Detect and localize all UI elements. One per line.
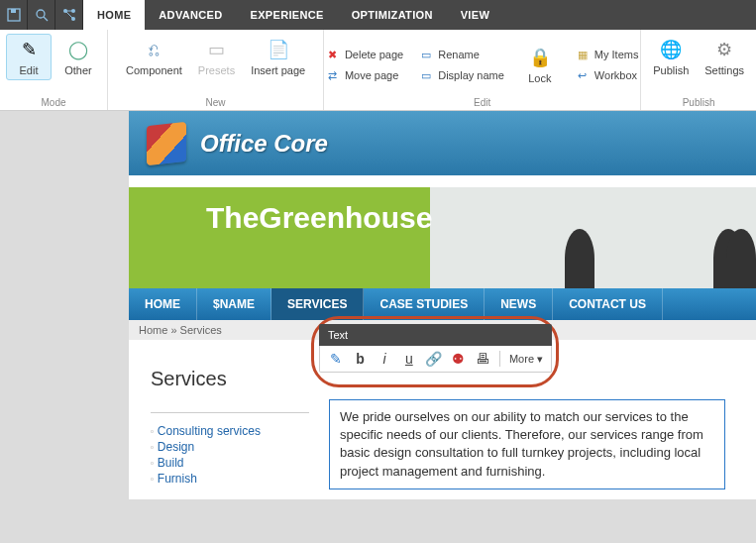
breadcrumb-home[interactable]: Home: [139, 324, 167, 336]
ribbon: ✎Edit ◯Other Mode ⎌Component ▭Presets 📄I…: [0, 30, 756, 111]
circle-icon: ◯: [66, 38, 90, 61]
content: Services Consulting services Design Buil…: [129, 340, 756, 499]
nav-news[interactable]: NEWS: [485, 288, 553, 320]
component-icon: ⎌: [142, 38, 165, 61]
brand-bar: Office Core: [129, 111, 756, 175]
delete-page-button[interactable]: ✖Delete page: [323, 46, 406, 63]
pencil-icon: ✎: [17, 38, 41, 61]
print-icon[interactable]: 🖶: [475, 351, 490, 367]
other-mode-button[interactable]: ◯Other: [55, 34, 101, 80]
sidebar-item: Design: [151, 439, 309, 455]
workbox-button[interactable]: ↩Workbox: [573, 66, 642, 84]
group-label-edit: Edit: [474, 96, 490, 109]
page-title: Services: [151, 368, 309, 390]
main-area: Text ✎ b i u 🔗 ⚉ 🖶 More▾ We pride oursel…: [329, 350, 748, 489]
banner-text: TheGreenhouse: [206, 201, 432, 235]
nav-name[interactable]: $NAME: [197, 288, 271, 320]
brand-logo: [147, 121, 186, 164]
display-name-button[interactable]: ▭Display name: [416, 66, 507, 84]
rename-button[interactable]: ▭Rename: [416, 46, 507, 63]
delete-icon: ✖: [326, 48, 340, 61]
main-nav: HOME $NAME SERVICES CASE STUDIES NEWS CO…: [129, 288, 756, 320]
gear-icon: ⚙: [712, 38, 736, 61]
lock-button[interactable]: 🔒Lock: [517, 42, 563, 88]
page-canvas: Office Core TheGreenhouse HOME $NAME SER…: [0, 111, 756, 543]
my-items-icon: ▦: [576, 48, 590, 61]
insert-page-button[interactable]: 📄Insert page: [245, 34, 311, 80]
users-icon[interactable]: ⚉: [451, 351, 467, 367]
tab-view[interactable]: VIEW: [447, 0, 503, 30]
search-icon[interactable]: [28, 0, 55, 30]
component-button[interactable]: ⎌Component: [120, 34, 188, 80]
inline-editor-popup: Text ✎ b i u 🔗 ⚉ 🖶 More▾: [319, 324, 552, 373]
workbox-icon: ↩: [576, 68, 590, 82]
svg-line-3: [44, 17, 48, 21]
group-label-mode: Mode: [41, 96, 65, 109]
nav-contact[interactable]: CONTACT US: [553, 288, 663, 320]
save-icon[interactable]: [0, 0, 28, 30]
nav-services[interactable]: SERVICES: [271, 288, 364, 320]
sidebar-item: Consulting services: [151, 423, 309, 439]
nav-case-studies[interactable]: CASE STUDIES: [364, 288, 485, 320]
ribbon-tabs: HOME ADVANCED EXPERIENCE OPTIMIZATION VI…: [83, 0, 503, 30]
hero-banner: TheGreenhouse: [129, 187, 756, 288]
breadcrumb-current: Services: [180, 324, 222, 336]
edit-mode-button[interactable]: ✎Edit: [6, 34, 52, 80]
presets-icon: ▭: [204, 38, 228, 61]
tab-advanced[interactable]: ADVANCED: [145, 0, 236, 30]
sidebar-item: Furnish: [151, 471, 309, 487]
link-icon[interactable]: 🔗: [426, 351, 442, 367]
my-items-button[interactable]: ▦My Items: [573, 46, 642, 63]
group-label-publish: Publish: [683, 96, 715, 109]
svg-rect-1: [11, 9, 16, 13]
page-icon: 📄: [267, 38, 290, 61]
publish-icon: 🌐: [659, 38, 683, 61]
brand-name: Office Core: [200, 130, 328, 158]
move-page-button[interactable]: ⇄Move page: [323, 66, 406, 84]
tab-optimization[interactable]: OPTIMIZATION: [338, 0, 447, 30]
site-wrap: Office Core TheGreenhouse HOME $NAME SER…: [129, 111, 756, 499]
divider: [151, 412, 309, 413]
svg-point-2: [37, 10, 45, 18]
move-icon: ⇄: [326, 68, 340, 82]
tab-home[interactable]: HOME: [83, 0, 145, 30]
italic-icon[interactable]: i: [377, 351, 392, 367]
display-name-icon: ▭: [419, 68, 433, 82]
tab-experience[interactable]: EXPERIENCE: [237, 0, 338, 30]
bold-icon[interactable]: b: [353, 351, 369, 367]
underline-icon[interactable]: u: [401, 351, 417, 367]
lock-icon: 🔒: [528, 46, 552, 69]
editable-text-field[interactable]: We pride ourselves on our ability to mat…: [329, 399, 725, 489]
sidebar: Services Consulting services Design Buil…: [151, 350, 309, 489]
publish-button[interactable]: 🌐Publish: [647, 34, 695, 80]
tree-icon[interactable]: [55, 0, 83, 30]
rename-icon: ▭: [419, 48, 433, 61]
popup-title: Text: [319, 324, 552, 346]
settings-button[interactable]: ⚙Settings: [699, 34, 750, 80]
nav-home[interactable]: HOME: [129, 288, 197, 320]
popup-toolbar: ✎ b i u 🔗 ⚉ 🖶 More▾: [319, 346, 552, 373]
presets-button: ▭Presets: [192, 34, 241, 80]
edit-pencil-icon[interactable]: ✎: [328, 351, 344, 367]
sidebar-list: Consulting services Design Build Furnish: [151, 423, 309, 487]
chevron-down-icon: ▾: [537, 353, 543, 366]
sidebar-item: Build: [151, 455, 309, 471]
top-toolbar: HOME ADVANCED EXPERIENCE OPTIMIZATION VI…: [0, 0, 756, 30]
more-button[interactable]: More▾: [509, 353, 543, 366]
group-label-new: New: [206, 96, 226, 109]
